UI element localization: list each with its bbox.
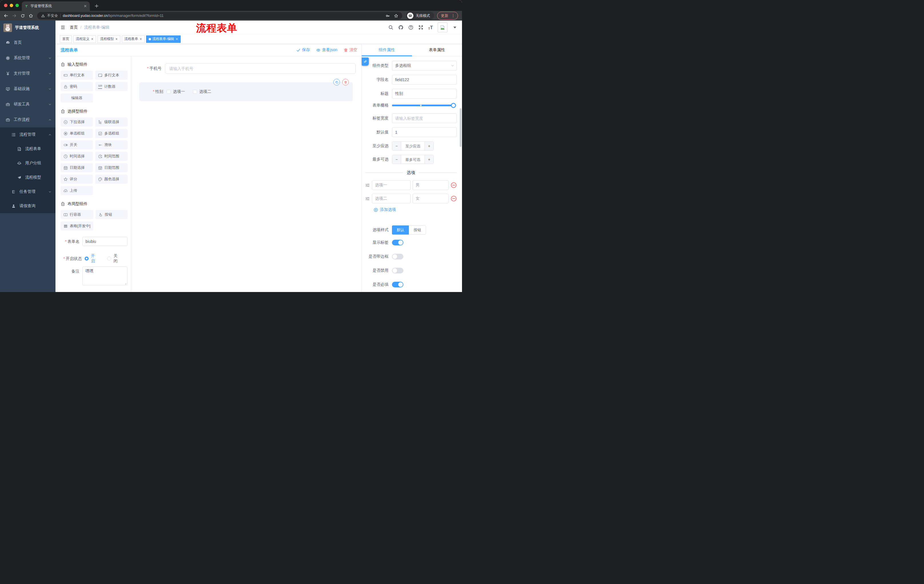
option-value-input[interactable]: 女 [412,194,449,204]
status-radio-开启[interactable] [85,257,89,261]
status-radio-关闭[interactable] [107,257,111,261]
component-开关[interactable]: 开关 [61,140,93,150]
add-option-button[interactable]: 添加选项 [374,207,457,212]
link-tag[interactable] [361,58,369,66]
back-button[interactable] [2,12,10,20]
security-label[interactable]: 不安全 [47,13,58,18]
sidebar-item-系统管理[interactable]: 系统管理 [0,50,56,66]
label-width-input[interactable] [392,114,457,123]
resize-handle-icon[interactable] [123,281,127,285]
gender-field-selected[interactable]: *性别 选项一选项二 [139,82,353,101]
stepper-decrease-button[interactable]: − [392,142,401,150]
component-编辑器[interactable]: 编辑器 [61,94,93,102]
page-tag-流程表单-编辑[interactable]: 流程表单-编辑× [146,35,181,43]
home-button[interactable] [27,12,35,20]
option-style-默认[interactable]: 默认 [392,225,409,235]
default-value-input[interactable] [392,127,457,137]
phone-input[interactable] [165,63,356,74]
bookmark-star-icon[interactable] [394,14,398,18]
sidebar-logo[interactable]: 芋道管理系统 [0,21,56,35]
component-计数器[interactable]: 123计数器 [95,82,127,91]
sidebar-item-流程表单[interactable]: 流程表单 [0,142,56,156]
form-remark-textarea[interactable] [82,267,127,285]
tag-close-icon[interactable]: × [140,38,142,41]
window-minimize-button[interactable] [10,4,13,7]
component-时间选择[interactable]: 时间选择 [61,152,93,161]
stepper-increase-button[interactable]: + [425,142,433,150]
component-时间范围[interactable]: 时间范围 [95,152,127,161]
user-avatar[interactable] [438,23,447,32]
component-颜色选择[interactable]: 颜色选择 [95,174,127,184]
address-bar[interactable]: 不安全 dashboard.yudao.iocoder.cn/bpm/manag… [37,12,402,20]
slider-handle[interactable] [451,103,456,108]
toggle-显示标签[interactable] [392,240,403,245]
font-size-icon[interactable]: TT [428,25,433,30]
page-tag-流程定义[interactable]: 流程定义× [73,35,96,43]
component-日期选择[interactable]: 日期选择 [61,163,93,172]
component-多选框组[interactable]: 多选框组 [95,129,127,138]
component-表格[开发中][interactable]: 表格[开发中] [61,221,93,230]
browser-menu-icon[interactable] [451,14,455,18]
component-上传[interactable]: 上传 [61,186,93,195]
option-label-input[interactable]: 选项一 [372,180,411,190]
avatar-caret-down-icon[interactable] [452,25,457,30]
sidebar-item-基础设施[interactable]: 基础设施 [0,81,56,97]
checkbox-box[interactable] [167,90,171,94]
window-close-button[interactable] [4,4,7,7]
stepper-decrease-button[interactable]: − [392,155,401,164]
scrollbar-thumb[interactable] [460,108,462,147]
key-icon[interactable] [386,14,390,18]
save-button[interactable]: 保存 [296,48,310,53]
remove-option-button[interactable] [450,196,457,202]
title-input[interactable] [392,89,457,99]
remove-option-button[interactable] [450,182,457,188]
sidebar-item-流程模型[interactable]: 流程模型 [0,170,56,184]
component-级联选择[interactable]: 级联选择 [95,117,127,127]
sidebar-item-研发工具[interactable]: 研发工具 [0,97,56,112]
page-tag-流程模型[interactable]: 流程模型× [97,35,120,43]
help-icon[interactable] [408,25,413,30]
drag-handle-icon[interactable] [365,196,370,201]
form-grid-slider[interactable] [392,105,454,106]
component-单选框组[interactable]: 单选框组 [61,129,93,138]
delete-component-button[interactable] [342,79,349,86]
sidebar-item-任务管理[interactable]: 任务管理 [0,184,56,199]
option-label-input[interactable]: 选项二 [372,194,411,204]
clear-button[interactable]: 清空 [344,48,357,53]
phone-field[interactable]: *手机号 [136,63,356,74]
max-select-input[interactable] [401,155,425,164]
option-style-按钮[interactable]: 按钮 [409,225,426,235]
breadcrumb-home[interactable]: 首页 [70,25,78,30]
tab-form-props[interactable]: 表单属性 [412,44,462,56]
page-tag-首页[interactable]: 首页 [60,35,72,43]
toggle-是否带边框[interactable] [392,254,403,260]
tab-close-icon[interactable] [84,4,87,8]
duplicate-component-button[interactable] [333,79,340,86]
browser-update-button[interactable]: 更新 [437,12,458,20]
fullscreen-icon[interactable] [418,25,423,30]
new-tab-button[interactable] [94,4,99,8]
github-icon[interactable] [398,25,403,30]
tag-close-icon[interactable]: × [91,38,94,41]
component-按钮[interactable]: 按钮 [96,210,127,219]
sidebar-item-流程管理[interactable]: 流程管理 [0,127,56,142]
toggle-是否必填[interactable] [392,282,403,288]
drag-handle-icon[interactable] [365,183,370,188]
sidebar-item-支付管理[interactable]: 支付管理 [0,66,56,81]
window-zoom-button[interactable] [15,4,19,7]
option-value-input[interactable]: 男 [412,180,449,190]
toggle-是否禁用[interactable] [392,268,403,273]
sidebar-item-请假查询[interactable]: 请假查询 [0,199,56,213]
sidebar-item-用户分组[interactable]: 用户分组 [0,156,56,170]
stepper-increase-button[interactable]: + [425,155,433,164]
field-name-input[interactable] [392,75,457,85]
page-tag-流程表单[interactable]: 流程表单× [122,35,145,43]
min-select-input[interactable] [401,142,425,150]
view-json-button[interactable]: 查看json [316,48,337,53]
component-多行文本[interactable]: 多行文本 [95,71,127,80]
component-日期范围[interactable]: 日期范围 [95,163,127,172]
component-密码[interactable]: 密码 [61,82,93,91]
browser-tab[interactable]: 芋道管理系统 [22,2,90,11]
component-下拉选择[interactable]: 下拉选择 [61,117,93,127]
component-滑块[interactable]: 滑块 [95,140,127,150]
